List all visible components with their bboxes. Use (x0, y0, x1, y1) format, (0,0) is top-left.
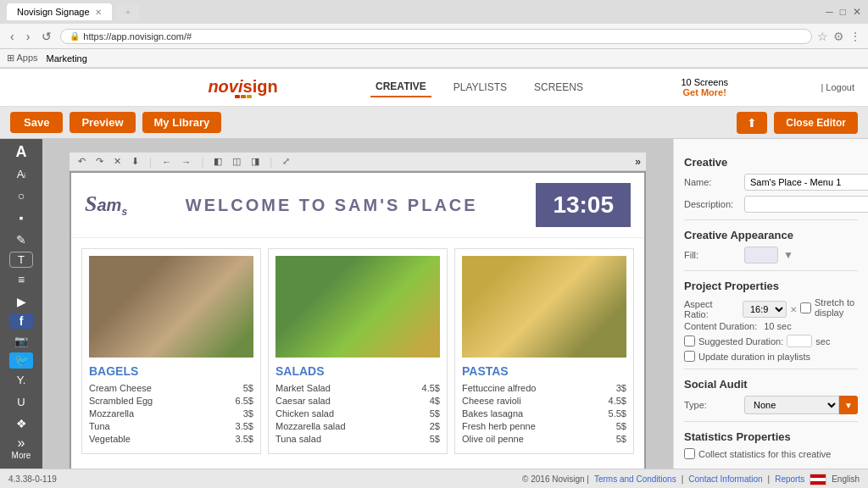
contact-link[interactable]: Contact Information (688, 474, 762, 484)
undo-icon[interactable]: ↶ (75, 154, 89, 169)
facebook-icon[interactable]: f (9, 313, 33, 330)
pencil-icon[interactable]: ✎ (6, 230, 36, 250)
menu-item: Tuna 3.5$ (89, 421, 253, 431)
get-more-link[interactable]: Get More! (683, 87, 726, 97)
forward-button[interactable]: › (23, 28, 34, 45)
fill-arrow-icon[interactable]: ▼ (783, 249, 793, 261)
maximize-btn[interactable]: □ (840, 6, 846, 18)
logo-text: novi (208, 77, 242, 97)
statistics-section-title: Statistics Properties (684, 430, 858, 443)
bookmarks-bar: ⊞ Apps Marketing (0, 49, 868, 68)
align-center-icon[interactable]: ◫ (229, 154, 244, 169)
minimize-btn[interactable]: ─ (826, 6, 833, 18)
expand-icon[interactable]: ⤢ (279, 154, 293, 169)
apps-icon[interactable]: ⊞ Apps (7, 53, 38, 64)
nav-playlists[interactable]: PLAYLISTS (448, 78, 512, 97)
browser-tab[interactable]: Novisign Signage ✕ (7, 3, 112, 20)
list-icon[interactable]: ≡ (6, 269, 36, 290)
text-format-icon[interactable]: Aᵢ (6, 164, 36, 185)
fill-color-swatch[interactable] (744, 247, 778, 263)
media-icon[interactable]: ▶ (6, 291, 36, 312)
canvas-body: BAGELS Cream Cheese 5$ Scrambled Egg 6.5… (71, 238, 644, 464)
description-input[interactable] (744, 196, 868, 213)
item-price: 4.5$ (609, 396, 626, 406)
text-tool-icon[interactable]: A (6, 142, 36, 163)
suggested-label: Suggested Duration: (698, 336, 783, 347)
menu-icon[interactable]: ⋮ (849, 30, 861, 43)
canvas-area: ↶ ↷ ✕ ⬇ | ← → | ◧ ◫ ◨ | ⤢ » Sams (42, 139, 673, 469)
shape-circle-icon[interactable]: ○ (6, 186, 36, 207)
unity-icon[interactable]: U (6, 391, 36, 412)
toolbar-right: ⬆ Close Editor (737, 112, 858, 134)
back-button[interactable]: ‹ (7, 28, 18, 45)
expand-panel-icon[interactable]: » (635, 156, 641, 168)
social-section-title: Social Audit (684, 378, 858, 391)
item-price: 5$ (430, 408, 440, 419)
logout-link[interactable]: | Logout (821, 82, 854, 92)
content-duration-value: 10 sec (764, 321, 791, 331)
extensions-icon[interactable]: ⚙ (833, 30, 844, 43)
save-button[interactable]: Save (10, 112, 63, 133)
text-box-icon[interactable]: T (9, 252, 33, 268)
star-icon[interactable]: ☆ (817, 30, 828, 43)
item-name: Fresh herb penne (462, 421, 536, 431)
preview-button[interactable]: Preview (70, 112, 135, 133)
more-tools[interactable]: » More (12, 435, 31, 465)
status-bar: 4.3.38-0-119 © 2016 Novisign | Terms and… (0, 469, 868, 488)
menu-item: Caesar salad 4$ (275, 396, 440, 406)
logo-sign-text: sign (243, 77, 278, 97)
item-name: Cream Cheese (89, 383, 152, 393)
library-button[interactable]: My Library (142, 112, 222, 133)
stretch-checkbox[interactable] (800, 302, 811, 313)
bagels-section: BAGELS Cream Cheese 5$ Scrambled Egg 6.5… (81, 248, 261, 454)
item-name: Mozzarella (89, 408, 134, 419)
type-select[interactable]: None (744, 396, 839, 414)
content-duration-label: Content Duration: (684, 321, 757, 331)
type-label: Type: (684, 400, 739, 410)
nav-screens[interactable]: SCREENS (529, 78, 588, 97)
item-price: 2$ (430, 421, 440, 431)
nav-creative[interactable]: CREATIVE (370, 77, 431, 97)
collect-label: Collect statistics for this creative (698, 449, 832, 459)
terms-link[interactable]: Terms and Conditions (594, 474, 676, 484)
align-left-icon[interactable]: ◧ (210, 154, 225, 169)
upload-button[interactable]: ⬆ (737, 112, 767, 134)
tab-close[interactable]: ✕ (95, 8, 102, 17)
aspect-select[interactable]: 16:9 (743, 301, 787, 318)
refresh-button[interactable]: ↺ (38, 28, 55, 45)
widget-icon[interactable]: ❖ (6, 413, 36, 434)
update-playlists-checkbox[interactable] (684, 351, 695, 362)
new-tab[interactable]: + (117, 3, 139, 20)
redo-icon[interactable]: ↷ (92, 154, 107, 169)
close-editor-button[interactable]: Close Editor (774, 112, 858, 134)
appearance-section-title: Creative Appearance (684, 229, 858, 241)
shape-rect-icon[interactable]: ▪ (6, 208, 36, 228)
app-nav: CREATIVE PLAYLISTS SCREENS (370, 77, 588, 97)
suggested-duration-checkbox[interactable] (684, 336, 695, 347)
stretch-row[interactable]: Stretch to display (800, 297, 858, 318)
name-input[interactable] (744, 174, 868, 191)
delete-icon[interactable]: ✕ (110, 154, 125, 169)
yammer-icon[interactable]: Y. (6, 370, 36, 391)
type-dropdown-btn[interactable]: ▼ (839, 396, 858, 414)
move-back-icon[interactable]: ⬇ (128, 154, 142, 169)
arrow-right-icon[interactable]: → (178, 155, 194, 169)
twitter-icon[interactable]: 🐦 (9, 352, 33, 369)
content-duration-row: Content Duration: 10 sec (684, 321, 858, 331)
reports-link[interactable]: Reports (775, 474, 804, 484)
suggested-sec-input[interactable] (787, 335, 812, 347)
align-right-icon[interactable]: ◨ (248, 154, 263, 169)
copyright-text: © 2016 Novisign | (522, 474, 589, 484)
close-btn[interactable]: ✕ (853, 6, 861, 18)
instagram-icon[interactable]: 📷 (6, 330, 36, 351)
screens-info: 10 Screens Get More! (681, 77, 728, 97)
marketing-bookmark[interactable]: Marketing (47, 53, 87, 64)
menu-item: Cheese ravioli 4.5$ (462, 396, 626, 406)
arrow-left-icon[interactable]: ← (159, 155, 175, 169)
url-bar[interactable]: 🔒 https://app.novisign.com/# (60, 29, 812, 44)
item-price: 4$ (430, 396, 440, 406)
collect-stats-checkbox[interactable] (684, 448, 695, 459)
language-label: English (832, 474, 860, 484)
type-select-wrapper: None ▼ (744, 396, 858, 414)
properties-panel: Creative Name: Description: Creative App… (673, 139, 868, 469)
